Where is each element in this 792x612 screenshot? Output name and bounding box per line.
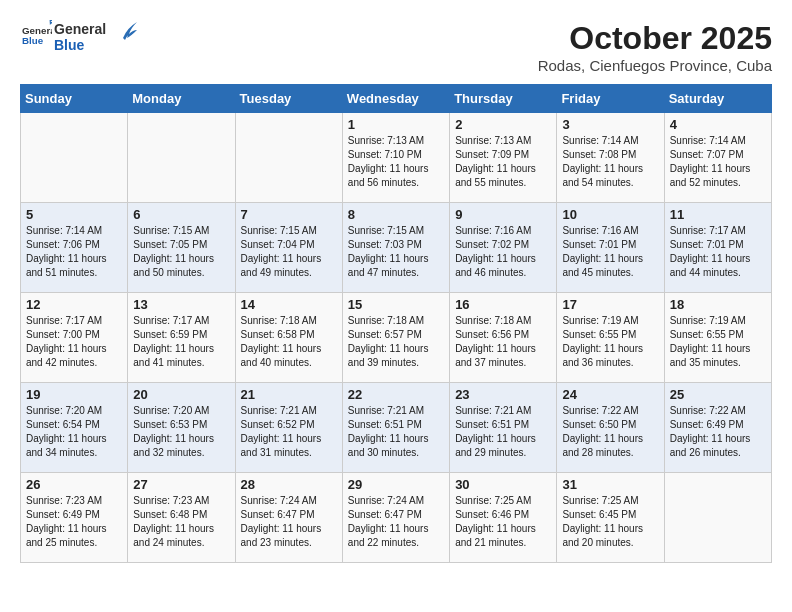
day-info: Sunrise: 7:17 AM Sunset: 6:59 PM Dayligh… bbox=[133, 314, 229, 370]
day-info: Sunrise: 7:19 AM Sunset: 6:55 PM Dayligh… bbox=[562, 314, 658, 370]
day-info: Sunrise: 7:17 AM Sunset: 7:00 PM Dayligh… bbox=[26, 314, 122, 370]
logo-text: General Blue bbox=[20, 20, 52, 54]
calendar-cell: 30Sunrise: 7:25 AM Sunset: 6:46 PM Dayli… bbox=[450, 473, 557, 563]
day-number: 19 bbox=[26, 387, 122, 402]
calendar-cell: 11Sunrise: 7:17 AM Sunset: 7:01 PM Dayli… bbox=[664, 203, 771, 293]
calendar-cell: 29Sunrise: 7:24 AM Sunset: 6:47 PM Dayli… bbox=[342, 473, 449, 563]
day-number: 13 bbox=[133, 297, 229, 312]
day-info: Sunrise: 7:22 AM Sunset: 6:49 PM Dayligh… bbox=[670, 404, 766, 460]
day-info: Sunrise: 7:14 AM Sunset: 7:08 PM Dayligh… bbox=[562, 134, 658, 190]
day-number: 29 bbox=[348, 477, 444, 492]
calendar-week-row: 26Sunrise: 7:23 AM Sunset: 6:49 PM Dayli… bbox=[21, 473, 772, 563]
day-number: 23 bbox=[455, 387, 551, 402]
svg-text:General: General bbox=[22, 25, 52, 36]
svg-text:Blue: Blue bbox=[22, 35, 44, 46]
day-info: Sunrise: 7:14 AM Sunset: 7:07 PM Dayligh… bbox=[670, 134, 766, 190]
day-number: 14 bbox=[241, 297, 337, 312]
day-number: 9 bbox=[455, 207, 551, 222]
day-number: 20 bbox=[133, 387, 229, 402]
calendar-week-row: 19Sunrise: 7:20 AM Sunset: 6:54 PM Dayli… bbox=[21, 383, 772, 473]
weekday-header: Sunday bbox=[21, 85, 128, 113]
day-number: 22 bbox=[348, 387, 444, 402]
day-info: Sunrise: 7:25 AM Sunset: 6:45 PM Dayligh… bbox=[562, 494, 658, 550]
weekday-header: Friday bbox=[557, 85, 664, 113]
calendar-week-row: 5Sunrise: 7:14 AM Sunset: 7:06 PM Daylig… bbox=[21, 203, 772, 293]
calendar-cell bbox=[128, 113, 235, 203]
calendar-cell: 10Sunrise: 7:16 AM Sunset: 7:01 PM Dayli… bbox=[557, 203, 664, 293]
logo-general: General bbox=[54, 21, 106, 37]
calendar-cell: 17Sunrise: 7:19 AM Sunset: 6:55 PM Dayli… bbox=[557, 293, 664, 383]
day-number: 4 bbox=[670, 117, 766, 132]
calendar-cell: 4Sunrise: 7:14 AM Sunset: 7:07 PM Daylig… bbox=[664, 113, 771, 203]
calendar-cell: 20Sunrise: 7:20 AM Sunset: 6:53 PM Dayli… bbox=[128, 383, 235, 473]
day-info: Sunrise: 7:20 AM Sunset: 6:54 PM Dayligh… bbox=[26, 404, 122, 460]
day-number: 6 bbox=[133, 207, 229, 222]
day-number: 18 bbox=[670, 297, 766, 312]
day-number: 27 bbox=[133, 477, 229, 492]
day-info: Sunrise: 7:23 AM Sunset: 6:48 PM Dayligh… bbox=[133, 494, 229, 550]
calendar-cell: 7Sunrise: 7:15 AM Sunset: 7:04 PM Daylig… bbox=[235, 203, 342, 293]
calendar-cell: 28Sunrise: 7:24 AM Sunset: 6:47 PM Dayli… bbox=[235, 473, 342, 563]
day-number: 3 bbox=[562, 117, 658, 132]
calendar-week-row: 1Sunrise: 7:13 AM Sunset: 7:10 PM Daylig… bbox=[21, 113, 772, 203]
day-info: Sunrise: 7:16 AM Sunset: 7:02 PM Dayligh… bbox=[455, 224, 551, 280]
day-number: 1 bbox=[348, 117, 444, 132]
day-number: 31 bbox=[562, 477, 658, 492]
calendar-cell: 31Sunrise: 7:25 AM Sunset: 6:45 PM Dayli… bbox=[557, 473, 664, 563]
logo-bird-icon bbox=[109, 20, 137, 46]
calendar-cell: 5Sunrise: 7:14 AM Sunset: 7:06 PM Daylig… bbox=[21, 203, 128, 293]
calendar-cell: 18Sunrise: 7:19 AM Sunset: 6:55 PM Dayli… bbox=[664, 293, 771, 383]
calendar-cell: 3Sunrise: 7:14 AM Sunset: 7:08 PM Daylig… bbox=[557, 113, 664, 203]
day-info: Sunrise: 7:20 AM Sunset: 6:53 PM Dayligh… bbox=[133, 404, 229, 460]
day-number: 11 bbox=[670, 207, 766, 222]
calendar-cell: 16Sunrise: 7:18 AM Sunset: 6:56 PM Dayli… bbox=[450, 293, 557, 383]
day-info: Sunrise: 7:17 AM Sunset: 7:01 PM Dayligh… bbox=[670, 224, 766, 280]
calendar-cell: 8Sunrise: 7:15 AM Sunset: 7:03 PM Daylig… bbox=[342, 203, 449, 293]
day-info: Sunrise: 7:24 AM Sunset: 6:47 PM Dayligh… bbox=[348, 494, 444, 550]
weekday-header: Monday bbox=[128, 85, 235, 113]
month-title: October 2025 bbox=[538, 20, 772, 57]
calendar-cell: 1Sunrise: 7:13 AM Sunset: 7:10 PM Daylig… bbox=[342, 113, 449, 203]
day-number: 30 bbox=[455, 477, 551, 492]
calendar-table: SundayMondayTuesdayWednesdayThursdayFrid… bbox=[20, 84, 772, 563]
title-block: October 2025 Rodas, Cienfuegos Province,… bbox=[538, 20, 772, 74]
day-number: 25 bbox=[670, 387, 766, 402]
weekday-header: Wednesday bbox=[342, 85, 449, 113]
day-info: Sunrise: 7:18 AM Sunset: 6:57 PM Dayligh… bbox=[348, 314, 444, 370]
calendar-cell: 25Sunrise: 7:22 AM Sunset: 6:49 PM Dayli… bbox=[664, 383, 771, 473]
day-info: Sunrise: 7:21 AM Sunset: 6:51 PM Dayligh… bbox=[348, 404, 444, 460]
calendar-week-row: 12Sunrise: 7:17 AM Sunset: 7:00 PM Dayli… bbox=[21, 293, 772, 383]
day-number: 28 bbox=[241, 477, 337, 492]
weekday-header: Saturday bbox=[664, 85, 771, 113]
calendar-header-row: SundayMondayTuesdayWednesdayThursdayFrid… bbox=[21, 85, 772, 113]
day-info: Sunrise: 7:13 AM Sunset: 7:10 PM Dayligh… bbox=[348, 134, 444, 190]
calendar-cell: 22Sunrise: 7:21 AM Sunset: 6:51 PM Dayli… bbox=[342, 383, 449, 473]
day-info: Sunrise: 7:14 AM Sunset: 7:06 PM Dayligh… bbox=[26, 224, 122, 280]
day-info: Sunrise: 7:24 AM Sunset: 6:47 PM Dayligh… bbox=[241, 494, 337, 550]
day-number: 2 bbox=[455, 117, 551, 132]
day-number: 17 bbox=[562, 297, 658, 312]
day-info: Sunrise: 7:21 AM Sunset: 6:51 PM Dayligh… bbox=[455, 404, 551, 460]
location-subtitle: Rodas, Cienfuegos Province, Cuba bbox=[538, 57, 772, 74]
logo: General Blue General Blue bbox=[20, 20, 137, 54]
calendar-cell: 19Sunrise: 7:20 AM Sunset: 6:54 PM Dayli… bbox=[21, 383, 128, 473]
day-info: Sunrise: 7:22 AM Sunset: 6:50 PM Dayligh… bbox=[562, 404, 658, 460]
page-header: General Blue General Blue October 2025 R… bbox=[20, 20, 772, 74]
logo-wordmark: General Blue bbox=[54, 21, 106, 53]
calendar-cell: 26Sunrise: 7:23 AM Sunset: 6:49 PM Dayli… bbox=[21, 473, 128, 563]
calendar-cell bbox=[235, 113, 342, 203]
day-number: 24 bbox=[562, 387, 658, 402]
day-info: Sunrise: 7:23 AM Sunset: 6:49 PM Dayligh… bbox=[26, 494, 122, 550]
day-number: 7 bbox=[241, 207, 337, 222]
day-info: Sunrise: 7:25 AM Sunset: 6:46 PM Dayligh… bbox=[455, 494, 551, 550]
logo-icon: General Blue bbox=[22, 20, 52, 50]
day-number: 21 bbox=[241, 387, 337, 402]
calendar-cell: 13Sunrise: 7:17 AM Sunset: 6:59 PM Dayli… bbox=[128, 293, 235, 383]
day-number: 12 bbox=[26, 297, 122, 312]
weekday-header: Tuesday bbox=[235, 85, 342, 113]
day-number: 10 bbox=[562, 207, 658, 222]
calendar-cell: 12Sunrise: 7:17 AM Sunset: 7:00 PM Dayli… bbox=[21, 293, 128, 383]
day-info: Sunrise: 7:13 AM Sunset: 7:09 PM Dayligh… bbox=[455, 134, 551, 190]
calendar-cell bbox=[21, 113, 128, 203]
calendar-cell: 27Sunrise: 7:23 AM Sunset: 6:48 PM Dayli… bbox=[128, 473, 235, 563]
